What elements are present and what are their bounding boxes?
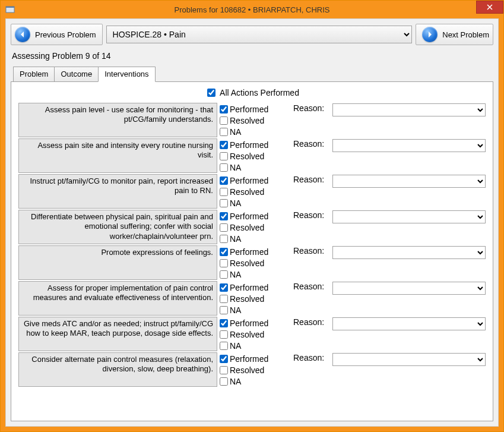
resolved-checkbox[interactable] xyxy=(220,116,228,125)
close-button[interactable] xyxy=(476,1,503,14)
na-label: NA xyxy=(230,163,241,172)
resolved-checkbox[interactable] xyxy=(220,223,228,232)
interventions-panel: All Actions Performed Assess pain level … xyxy=(11,81,493,421)
window-border: Previous Problem HOSPICE.28 • Pain Next … xyxy=(1,18,503,431)
reason-select[interactable] xyxy=(332,103,486,116)
performed-label: Performed xyxy=(230,212,268,221)
all-actions-label: All Actions Performed xyxy=(220,88,299,97)
na-label: NA xyxy=(230,377,241,386)
performed-label: Performed xyxy=(230,283,268,292)
problem-select[interactable]: HOSPICE.28 • Pain xyxy=(106,26,413,43)
performed-checkbox[interactable] xyxy=(220,176,228,185)
assessing-count-label: Assessing Problem 9 of 14 xyxy=(12,51,493,61)
performed-option: Performed xyxy=(220,103,291,115)
reason-select[interactable] xyxy=(332,175,486,188)
intervention-status-checks: PerformedResolvedNA xyxy=(220,317,291,351)
na-option: NA xyxy=(220,340,291,351)
interventions-scroll[interactable]: Assess pain level - use scale for monito… xyxy=(14,102,490,418)
reason-select[interactable] xyxy=(332,139,486,152)
resolved-label: Resolved xyxy=(230,294,264,304)
reason-select[interactable] xyxy=(332,282,486,295)
resolved-checkbox[interactable] xyxy=(220,295,228,303)
previous-problem-button[interactable]: Previous Problem xyxy=(11,24,103,45)
resolved-checkbox[interactable] xyxy=(220,188,228,196)
reason-column: Reason: xyxy=(293,281,486,295)
intervention-description: Differentiate between physical pain, spi… xyxy=(18,210,217,244)
na-label: NA xyxy=(230,198,241,208)
performed-checkbox[interactable] xyxy=(220,283,228,292)
performed-checkbox[interactable] xyxy=(220,141,228,149)
intervention-description: Instruct pt/family/CG to monitor pain, r… xyxy=(18,174,217,209)
na-checkbox[interactable] xyxy=(220,235,228,243)
resolved-option: Resolved xyxy=(220,186,291,197)
performed-option: Performed xyxy=(220,175,291,186)
intervention-row: Give meds ATC and/or as needed; instruct… xyxy=(14,316,490,352)
performed-checkbox[interactable] xyxy=(220,319,228,327)
window-title: Problems for 108682 • BRIARPATCH, CHRIS xyxy=(175,5,330,14)
na-option: NA xyxy=(220,304,291,316)
app-icon xyxy=(5,5,15,14)
na-checkbox[interactable] xyxy=(220,163,228,172)
performed-checkbox[interactable] xyxy=(220,212,228,220)
na-option: NA xyxy=(220,269,291,280)
resolved-checkbox[interactable] xyxy=(220,259,228,267)
intervention-description: Assess pain level - use scale for monito… xyxy=(18,103,217,137)
performed-checkbox[interactable] xyxy=(220,248,228,256)
tabs: Problem Outcome Interventions xyxy=(13,67,493,81)
reason-column: Reason: xyxy=(293,103,486,116)
resolved-option: Resolved xyxy=(220,329,291,340)
reason-label: Reason: xyxy=(293,210,329,220)
na-checkbox[interactable] xyxy=(220,199,228,207)
next-problem-label: Next Problem xyxy=(442,30,489,39)
resolved-label: Resolved xyxy=(230,187,264,197)
performed-label: Performed xyxy=(230,319,268,328)
resolved-checkbox[interactable] xyxy=(220,330,228,339)
reason-label: Reason: xyxy=(293,353,329,362)
intervention-description: Assess pain site and intensity every rou… xyxy=(18,138,217,173)
tab-problem[interactable]: Problem xyxy=(13,67,55,81)
resolved-checkbox[interactable] xyxy=(220,152,228,160)
performed-label: Performed xyxy=(230,176,268,185)
resolved-option: Resolved xyxy=(220,115,291,126)
all-actions-row: All Actions Performed xyxy=(14,87,490,99)
tab-interventions[interactable]: Interventions xyxy=(98,67,155,82)
intervention-status-checks: PerformedResolvedNA xyxy=(220,174,291,209)
performed-checkbox[interactable] xyxy=(220,105,228,113)
tab-outcome[interactable]: Outcome xyxy=(54,67,99,81)
na-checkbox[interactable] xyxy=(220,377,228,386)
reason-select[interactable] xyxy=(332,210,486,223)
na-option: NA xyxy=(220,162,291,173)
intervention-row: Promote expressions of feelings.Performe… xyxy=(14,245,490,280)
reason-select[interactable] xyxy=(332,246,486,259)
na-label: NA xyxy=(230,270,241,279)
resolved-label: Resolved xyxy=(230,330,264,339)
titlebar: Problems for 108682 • BRIARPATCH, CHRIS xyxy=(1,1,503,18)
svg-rect-1 xyxy=(6,7,14,8)
resolved-label: Resolved xyxy=(230,223,264,232)
all-actions-checkbox[interactable] xyxy=(207,89,215,97)
na-option: NA xyxy=(220,376,291,387)
performed-checkbox[interactable] xyxy=(220,355,228,363)
intervention-description: Consider alternate pain control measures… xyxy=(18,352,217,387)
resolved-checkbox[interactable] xyxy=(220,366,228,374)
reason-select[interactable] xyxy=(332,317,486,330)
reason-column: Reason: xyxy=(293,317,486,330)
reason-label: Reason: xyxy=(293,103,329,113)
reason-select[interactable] xyxy=(332,353,486,366)
reason-column: Reason: xyxy=(293,210,486,223)
na-label: NA xyxy=(230,305,241,315)
na-checkbox[interactable] xyxy=(220,306,228,314)
na-option: NA xyxy=(220,126,291,137)
intervention-row: Assess pain site and intensity every rou… xyxy=(14,138,490,174)
na-checkbox[interactable] xyxy=(220,128,228,136)
previous-problem-label: Previous Problem xyxy=(35,30,96,39)
performed-label: Performed xyxy=(230,105,268,114)
performed-label: Performed xyxy=(230,140,268,150)
na-checkbox[interactable] xyxy=(220,270,228,279)
resolved-option: Resolved xyxy=(220,293,291,304)
na-label: NA xyxy=(230,127,241,137)
na-checkbox[interactable] xyxy=(220,342,228,350)
reason-column: Reason: xyxy=(293,174,486,188)
next-problem-button[interactable]: Next Problem xyxy=(416,24,493,45)
performed-option: Performed xyxy=(220,317,291,329)
